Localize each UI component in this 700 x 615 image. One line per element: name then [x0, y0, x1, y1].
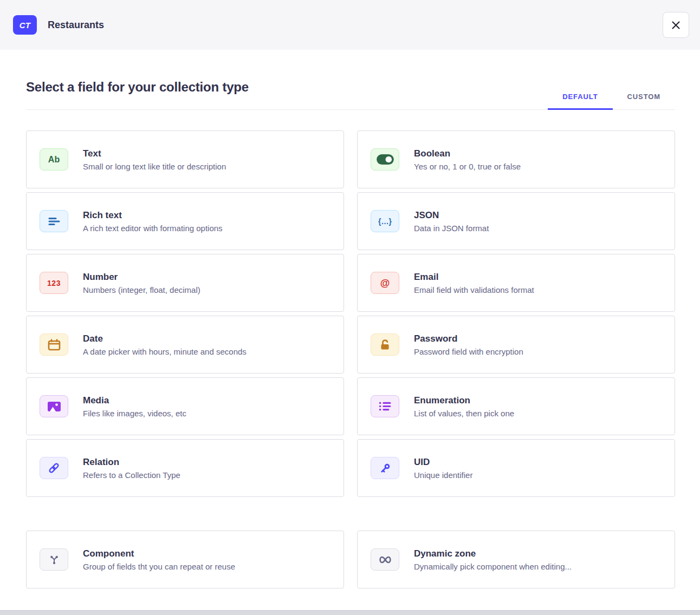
field-title: Enumeration	[414, 395, 514, 406]
field-title: Boolean	[414, 148, 521, 159]
field-title: Rich text	[83, 210, 223, 221]
rich-text-lines-icon	[48, 217, 60, 226]
boolean-toggle-icon	[377, 154, 394, 165]
number-123-icon: 123	[47, 279, 61, 287]
field-title: Media	[83, 395, 186, 406]
email-at-icon: @	[380, 278, 390, 288]
field-card-rich-text[interactable]: Rich text A rich text editor with format…	[26, 192, 344, 250]
field-card-number[interactable]: 123 Number Numbers (integer, float, deci…	[26, 254, 344, 312]
tab-default[interactable]: DEFAULT	[548, 93, 612, 109]
field-description: A rich text editor with formating option…	[83, 224, 223, 233]
field-description: Data in JSON format	[414, 224, 489, 233]
field-title: Text	[83, 148, 226, 159]
page-title: Select a field for your collection type	[26, 80, 249, 95]
field-card-boolean[interactable]: Boolean Yes or no, 1 or 0, true or false	[357, 130, 675, 188]
footer-divider	[0, 610, 700, 615]
field-card-dynamic-zone[interactable]: Dynamic zone Dynamically pick component …	[357, 531, 675, 588]
special-fields-grid: Component Group of fields tht you can re…	[26, 531, 675, 588]
field-description: Group of fields tht you can repeat or re…	[83, 562, 235, 571]
field-icon-box	[40, 333, 68, 356]
field-title: Component	[83, 548, 235, 559]
ab-icon: Ab	[48, 155, 60, 164]
field-description: Email field with validations format	[414, 285, 534, 295]
close-button[interactable]	[663, 12, 689, 38]
field-description: List of values, then pick one	[414, 409, 514, 418]
field-card-date[interactable]: Date A date picker with hours, minute an…	[26, 316, 344, 374]
field-icon-box: @	[371, 272, 399, 294]
field-card-enumeration[interactable]: Enumeration List of values, then pick on…	[357, 377, 675, 435]
field-description: Password field with encryption	[414, 347, 523, 356]
field-card-json[interactable]: {…} JSON Data in JSON format	[357, 192, 675, 250]
field-title: JSON	[414, 210, 489, 221]
content-type-title: Restaurants	[48, 19, 104, 31]
tab-bar: DEFAULT CUSTOM	[548, 93, 675, 109]
field-icon-box: 123	[40, 272, 68, 294]
field-icon-box	[371, 457, 399, 479]
media-image-icon	[48, 402, 61, 411]
close-icon	[671, 21, 680, 30]
enumeration-list-icon	[379, 402, 391, 411]
title-row: Select a field for your collection type …	[26, 50, 675, 110]
tab-custom[interactable]: CUSTOM	[613, 93, 676, 109]
field-card-uid[interactable]: UID Unique identifier	[357, 439, 675, 497]
field-description: Yes or no, 1 or 0, true or false	[414, 162, 521, 171]
infinity-icon	[378, 555, 393, 564]
field-icon-box	[40, 457, 68, 479]
field-icon-box	[40, 210, 68, 232]
field-icon-box	[371, 395, 399, 417]
key-icon	[379, 462, 391, 474]
field-description: Small or long text like title or descrip…	[83, 162, 226, 171]
field-card-media[interactable]: Media Files like images, videos, etc	[26, 377, 344, 435]
field-title: UID	[414, 457, 472, 468]
calendar-icon	[48, 339, 61, 351]
field-icon-box	[40, 395, 68, 417]
field-card-text[interactable]: Ab Text Small or long text like title or…	[26, 130, 344, 188]
field-card-component[interactable]: Component Group of fields tht you can re…	[26, 531, 344, 588]
field-icon-box: Ab	[40, 148, 68, 171]
field-description: Unique identifier	[414, 470, 472, 480]
modal-header: CT Restaurants	[0, 0, 700, 50]
field-card-email[interactable]: @ Email Email field with validations for…	[357, 254, 675, 312]
field-icon-box	[371, 548, 399, 571]
modal-body: Select a field for your collection type …	[0, 50, 700, 588]
field-description: Refers to a Collection Type	[83, 470, 180, 480]
field-card-relation[interactable]: Relation Refers to a Collection Type	[26, 439, 344, 497]
field-icon-box	[371, 333, 399, 356]
relation-link-icon	[48, 462, 60, 474]
field-title: Number	[83, 272, 200, 283]
field-description: Numbers (integer, float, decimal)	[83, 285, 200, 295]
field-description: Dynamically pick component when editing.…	[414, 562, 572, 571]
field-card-password[interactable]: Password Password field with encryption	[357, 316, 675, 374]
field-description: Files like images, videos, etc	[83, 409, 186, 418]
field-icon-box	[40, 548, 68, 571]
json-braces-icon: {…}	[378, 218, 392, 225]
content-type-badge: CT	[13, 15, 37, 35]
field-description: A date picker with hours, minute and sec…	[83, 347, 247, 356]
field-title: Date	[83, 333, 247, 344]
field-title: Relation	[83, 457, 180, 468]
lock-icon	[380, 339, 391, 350]
component-branch-icon	[48, 554, 60, 566]
field-title: Password	[414, 333, 523, 344]
field-title: Dynamic zone	[414, 548, 572, 559]
field-title: Email	[414, 272, 534, 283]
field-icon-box	[371, 148, 399, 171]
default-fields-grid: Ab Text Small or long text like title or…	[26, 130, 675, 497]
field-icon-box: {…}	[371, 210, 399, 232]
